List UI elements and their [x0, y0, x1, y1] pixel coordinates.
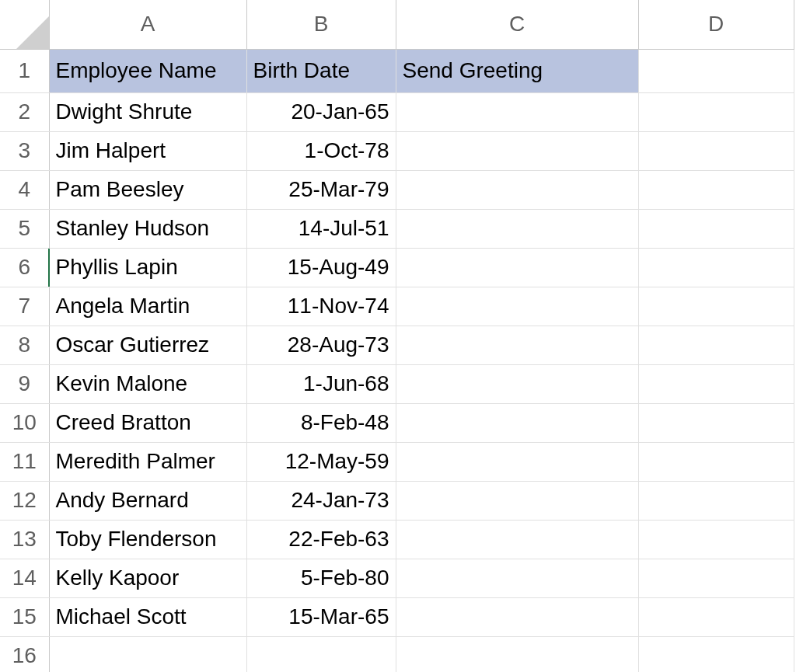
select-all-triangle-icon [13, 13, 49, 49]
row-header-4[interactable]: 4 [0, 170, 49, 209]
row-header-11[interactable]: 11 [0, 442, 49, 481]
column-header-D[interactable]: D [638, 0, 794, 49]
cell-D13[interactable] [638, 520, 794, 559]
column-header-C[interactable]: C [396, 0, 638, 49]
cell-D10[interactable] [638, 403, 794, 442]
row-header-12[interactable]: 12 [0, 481, 49, 520]
cell-D3[interactable] [638, 131, 794, 170]
cell-C7[interactable] [396, 287, 638, 326]
cell-D14[interactable] [638, 559, 794, 597]
cell-D11[interactable] [638, 442, 794, 481]
column-header-B[interactable]: B [246, 0, 396, 49]
cell-D6[interactable] [638, 248, 794, 287]
cell-B16[interactable] [246, 636, 396, 672]
row-header-6[interactable]: 6 [0, 248, 49, 287]
cell-C8[interactable] [396, 326, 638, 364]
cell-B11[interactable]: 12-May-59 [246, 442, 396, 481]
row-header-14[interactable]: 14 [0, 559, 49, 597]
row-header-16[interactable]: 16 [0, 636, 49, 672]
cell-C14[interactable] [396, 559, 638, 597]
row-header-10[interactable]: 10 [0, 403, 49, 442]
cell-C2[interactable] [396, 92, 638, 131]
cell-A14[interactable]: Kelly Kapoor [49, 559, 246, 597]
cell-B8[interactable]: 28-Aug-73 [246, 326, 396, 364]
cell-B3[interactable]: 1-Oct-78 [246, 131, 396, 170]
cell-A5[interactable]: Stanley Hudson [49, 209, 246, 248]
row-header-13[interactable]: 13 [0, 520, 49, 559]
cell-B12[interactable]: 24-Jan-73 [246, 481, 396, 520]
cell-A6[interactable]: Phyllis Lapin [49, 248, 246, 287]
cell-A4[interactable]: Pam Beesley [49, 170, 246, 209]
cell-A2[interactable]: Dwight Shrute [49, 92, 246, 131]
cell-A9[interactable]: Kevin Malone [49, 364, 246, 403]
cell-D8[interactable] [638, 326, 794, 364]
cell-C5[interactable] [396, 209, 638, 248]
cell-A11[interactable]: Meredith Palmer [49, 442, 246, 481]
cell-C4[interactable] [396, 170, 638, 209]
cell-D4[interactable] [638, 170, 794, 209]
row-header-2[interactable]: 2 [0, 92, 49, 131]
select-all-corner[interactable] [0, 0, 49, 49]
cell-C13[interactable] [396, 520, 638, 559]
cell-C10[interactable] [396, 403, 638, 442]
cell-D12[interactable] [638, 481, 794, 520]
cell-B9[interactable]: 1-Jun-68 [246, 364, 396, 403]
cell-C1[interactable]: Send Greeting [396, 49, 638, 92]
cell-A1[interactable]: Employee Name [49, 49, 246, 92]
cell-D7[interactable] [638, 287, 794, 326]
cell-B7[interactable]: 11-Nov-74 [246, 287, 396, 326]
cell-D2[interactable] [638, 92, 794, 131]
row-header-9[interactable]: 9 [0, 364, 49, 403]
cell-B14[interactable]: 5-Feb-80 [246, 559, 396, 597]
cell-B15[interactable]: 15-Mar-65 [246, 597, 396, 636]
row-header-7[interactable]: 7 [0, 287, 49, 326]
cell-B2[interactable]: 20-Jan-65 [246, 92, 396, 131]
cell-B1[interactable]: Birth Date [246, 49, 396, 92]
cell-C15[interactable] [396, 597, 638, 636]
cell-B5[interactable]: 14-Jul-51 [246, 209, 396, 248]
cell-A8[interactable]: Oscar Gutierrez [49, 326, 246, 364]
cell-D15[interactable] [638, 597, 794, 636]
cell-D9[interactable] [638, 364, 794, 403]
row-header-1[interactable]: 1 [0, 49, 49, 92]
cell-A10[interactable]: Creed Bratton [49, 403, 246, 442]
column-header-A[interactable]: A [49, 0, 246, 49]
cell-B10[interactable]: 8-Feb-48 [246, 403, 396, 442]
cell-A7[interactable]: Angela Martin [49, 287, 246, 326]
cell-D1[interactable] [638, 49, 794, 92]
row-header-8[interactable]: 8 [0, 326, 49, 364]
row-header-15[interactable]: 15 [0, 597, 49, 636]
cell-B6[interactable]: 15-Aug-49 [246, 248, 396, 287]
cell-D16[interactable] [638, 636, 794, 672]
cell-D5[interactable] [638, 209, 794, 248]
cell-C6[interactable] [396, 248, 638, 287]
cell-C9[interactable] [396, 364, 638, 403]
row-header-3[interactable]: 3 [0, 131, 49, 170]
cell-C16[interactable] [396, 636, 638, 672]
cell-A3[interactable]: Jim Halpert [49, 131, 246, 170]
cell-A13[interactable]: Toby Flenderson [49, 520, 246, 559]
cell-A16[interactable] [49, 636, 246, 672]
row-header-5[interactable]: 5 [0, 209, 49, 248]
cell-A12[interactable]: Andy Bernard [49, 481, 246, 520]
cell-B13[interactable]: 22-Feb-63 [246, 520, 396, 559]
cell-C3[interactable] [396, 131, 638, 170]
cell-B4[interactable]: 25-Mar-79 [246, 170, 396, 209]
cell-C12[interactable] [396, 481, 638, 520]
cell-A15[interactable]: Michael Scott [49, 597, 246, 636]
svg-marker-0 [16, 16, 49, 49]
cell-C11[interactable] [396, 442, 638, 481]
